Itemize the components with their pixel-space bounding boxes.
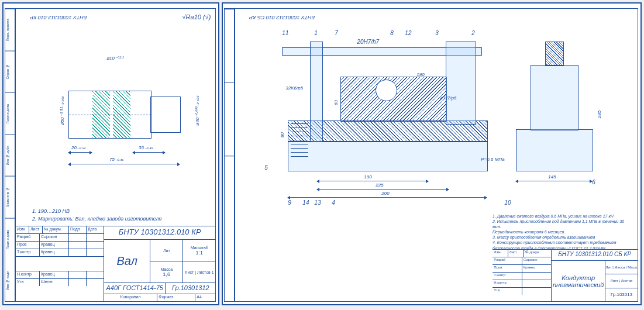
dim-d50: ⌀50⁻⁰·⁰¹¹₋₀·₀₅₀ <box>60 97 65 126</box>
assembly-group: Гр.103013 <box>605 288 638 301</box>
balloon-10: 10 <box>504 199 511 206</box>
assembly-drawing-number: БНТУ 10301312.010 СБ КР <box>552 250 638 261</box>
drawing-code-rotated: БНТУ 10301312.010 КР <box>30 15 87 20</box>
technical-notes: 1. Давление сжатого воздуха 0,6 МПа, уси… <box>493 213 633 251</box>
balloon-2: 2 <box>471 30 475 36</box>
vertical-fold-tabs <box>224 8 235 302</box>
balloon-1: 1 <box>314 30 318 36</box>
title-block-assembly: ИзмЛист№ докум РазрабСорокин ПровКравец … <box>493 249 638 301</box>
title-block: ИзмЛист№ докумПодпДата РазрабСорокин Про… <box>16 226 215 301</box>
dim-d40: ⌀40⁻⁰·⁰⁰⁸₋₀·₀₃₃ <box>195 96 200 125</box>
dim-d10: ⌀10⁻⁰·¹⁵ <box>106 56 123 61</box>
fit-20: 20H7/h7 <box>357 39 379 45</box>
part-name: Вал <box>104 240 150 283</box>
vtab: Инв № подл <box>5 260 15 301</box>
vtab: Справ № <box>5 51 15 93</box>
sheet-assembly-drawing: БНТУ 10301312.010 СБ КР 11 1 7 20H7/h7 8… <box>222 2 642 305</box>
balloon-7: 7 <box>335 30 338 36</box>
fit-32: 32K6/p5 <box>285 85 303 91</box>
vtab: Инв № дубл <box>5 135 15 177</box>
shaft-part-view: ⌀10⁻⁰·¹⁵ ⌀50⁻⁰·⁰¹¹₋₀·₀₅₀ ⌀40⁻⁰·⁰⁰⁸₋₀·₀₃₃… <box>51 61 197 167</box>
drawing-code-rotated: БНТУ 10301312.010 СБ КР <box>249 15 315 20</box>
balloon-9: 9 <box>288 199 291 206</box>
balloon-14: 14 <box>302 199 309 206</box>
assembly-name-1: Кондуктор <box>562 274 595 281</box>
dim-60: 60 <box>333 100 339 105</box>
dim-145: 145 <box>548 174 556 180</box>
vtab: Подп и дата <box>5 92 15 135</box>
group: Гр.10301312 <box>166 283 215 294</box>
pressure: P=0,6 МПа <box>481 157 504 162</box>
dim-200: 200 <box>381 191 389 196</box>
dim-285: 285 <box>597 111 602 118</box>
dim-h190: 190 <box>364 174 371 180</box>
vertical-fold-tabs: Перв. примен Справ № Подп и дата Инв № д… <box>5 8 15 302</box>
note-1: 1. Давление сжатого воздуха 0,6 МПа, уси… <box>493 213 633 219</box>
note-2: 2. Испытать приспособление под давлением… <box>493 219 633 229</box>
dim-20: 20₋₀.₅₂ <box>71 145 85 150</box>
balloon-5: 5 <box>264 164 268 171</box>
balloon-3: 3 <box>435 30 439 36</box>
sheet-shaft-drawing: Перв. примен Справ № Подп и дата Инв № д… <box>2 2 219 305</box>
note-4: 4. Конструкция приспособления соответств… <box>493 240 633 245</box>
note-2b: Периодичность контроля 6 месяцев. <box>493 229 633 235</box>
technical-notes: 1. 190…210 HB 2. Маркировать: Вал, клейм… <box>32 208 161 222</box>
drawing-number: БНТУ 10301312.010 КР <box>104 226 215 240</box>
dim-80: 80 <box>280 132 285 137</box>
assembly-name-2: пневматический <box>553 281 604 288</box>
assembly-view-main: 11 1 7 20H7/h7 8 12 3 2 5 9 14 13 4 10 6… <box>259 30 598 211</box>
vtab: Перв. примен <box>5 9 15 51</box>
note-3: 3. Массу приспособления определить взвеш… <box>493 235 633 240</box>
balloon-11: 11 <box>282 30 288 36</box>
fit-4: 4 H7/p6 <box>440 95 456 101</box>
balloon-8: 8 <box>390 30 394 36</box>
surface-finish: √Ra10 (√) <box>182 13 211 20</box>
material: А40Г ГОСТ1414-75 <box>104 283 166 294</box>
balloon-4: 4 <box>332 199 335 206</box>
dim-225: 225 <box>376 182 383 188</box>
note-1: 1. 190…210 HB <box>32 208 161 215</box>
dim-190: 190 <box>416 72 424 77</box>
balloon-13: 13 <box>314 199 321 206</box>
vtab: Подп и дата <box>5 218 15 260</box>
vtab: Взам инв № <box>5 176 15 218</box>
balloon-12: 12 <box>405 30 411 36</box>
dim-35: 35₋₀.₃₉ <box>139 145 153 150</box>
dim-75: 75₋₀.₄₆ <box>109 157 123 162</box>
note-2: 2. Маркировать: Вал, клеймо завода изгот… <box>32 215 161 223</box>
